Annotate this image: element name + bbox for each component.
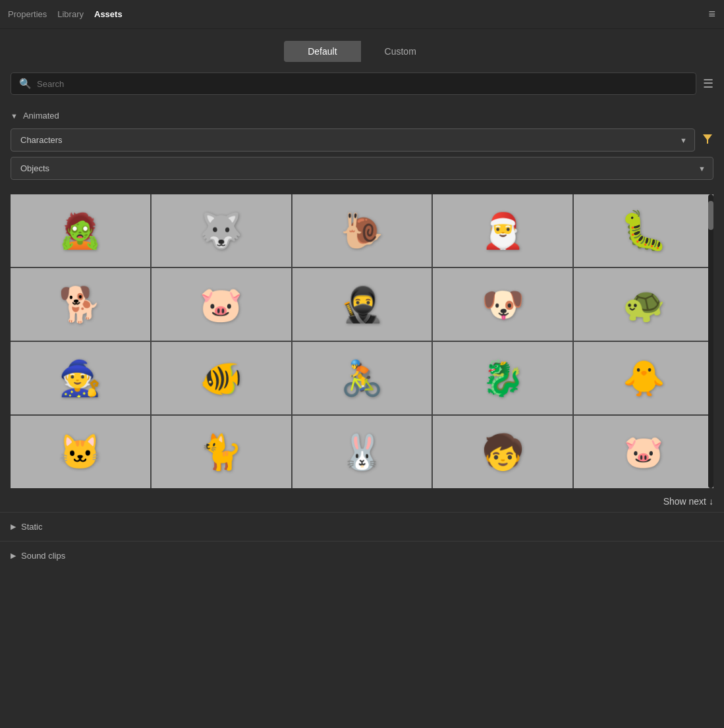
character-snail: 🐌 (341, 213, 383, 248)
character-mummy: 🧟 (59, 213, 101, 248)
list-item[interactable]: 🐺 (152, 194, 291, 267)
tab-library[interactable]: Library (57, 7, 84, 22)
character-fish: 🐠 (200, 361, 242, 395)
static-section-header[interactable]: ▶ Static (0, 512, 724, 541)
character-cat1: 🐱 (59, 435, 101, 469)
sound-clips-section-label: Sound clips (21, 551, 65, 561)
list-item[interactable]: 🐷 (574, 416, 713, 488)
search-box: 🔍 (11, 72, 696, 95)
top-bar: Properties Library Assets ≡ (0, 0, 724, 29)
menu-icon[interactable]: ≡ (708, 7, 716, 21)
scrollbar-track[interactable] (708, 194, 713, 488)
animated-collapse-arrow: ▼ (11, 112, 18, 120)
tab-group: Properties Library Assets (8, 7, 123, 22)
character-pig-parachute: 🐷 (200, 287, 242, 322)
default-toggle-button[interactable]: Default (284, 41, 360, 62)
list-item[interactable]: 🐕 (11, 268, 150, 341)
list-item[interactable]: 🎅 (433, 194, 572, 267)
list-item[interactable]: 🐉 (433, 342, 572, 414)
list-item[interactable]: 🐛 (574, 194, 713, 267)
list-item[interactable]: 🐌 (292, 194, 432, 267)
objects-dropdown[interactable]: Objects (11, 157, 713, 180)
list-item[interactable]: 🧙 (11, 342, 150, 414)
characters-dropdown[interactable]: Characters (11, 128, 695, 152)
character-pug: 🐶 (482, 287, 524, 322)
static-section-label: Static (21, 522, 43, 532)
search-input[interactable] (37, 79, 688, 89)
list-item[interactable]: 🐱 (11, 416, 150, 488)
character-caterpillar: 🐛 (620, 211, 667, 250)
custom-toggle-button[interactable]: Custom (361, 41, 440, 62)
sound-clips-collapse-arrow: ▶ (11, 551, 16, 560)
character-werewolf: 🐺 (200, 213, 242, 248)
list-item[interactable]: 🧒 (433, 416, 572, 488)
list-item[interactable]: 🧟 (11, 194, 150, 267)
show-next-arrow: ↓ (709, 496, 713, 507)
list-item[interactable]: 🐶 (433, 268, 572, 341)
search-icon: 🔍 (19, 78, 32, 90)
character-stickboy: 🧒 (482, 435, 524, 469)
dropdowns-container: Characters ▼ Objects ▼ (0, 126, 724, 188)
character-bunny: 🐰 (341, 435, 383, 469)
tab-assets[interactable]: Assets (94, 7, 123, 22)
sound-clips-section-header[interactable]: ▶ Sound clips (0, 541, 724, 570)
grid-area: 🧟 🐺 🐌 🎅 🐛 🐕 🐷 🥷 🐶 🐢 🧙 (0, 194, 724, 488)
scrollbar-thumb[interactable] (708, 201, 713, 230)
list-item[interactable]: 🥷 (292, 268, 432, 341)
tab-properties[interactable]: Properties (8, 7, 47, 22)
character-cyclist: 🚴 (341, 361, 383, 395)
list-item[interactable]: 🐰 (292, 416, 432, 488)
list-item[interactable]: 🐷 (152, 268, 291, 341)
objects-dropdown-row: Objects ▼ (11, 157, 713, 180)
character-caveman: 🧙 (59, 361, 101, 395)
filter-icon[interactable] (702, 133, 713, 148)
character-ninja: 🥷 (341, 287, 383, 322)
list-view-icon[interactable]: ☰ (703, 76, 713, 91)
characters-dropdown-wrap: Characters ▼ (11, 128, 695, 152)
animated-section-label: Animated (23, 111, 59, 121)
character-turtle-warrior: 🐢 (623, 287, 665, 322)
character-cat2: 🐈 (200, 435, 242, 469)
show-next-row[interactable]: Show next ↓ (0, 488, 724, 512)
character-dog: 🐕 (59, 287, 101, 322)
asset-grid: 🧟 🐺 🐌 🎅 🐛 🐕 🐷 🥷 🐶 🐢 🧙 (11, 194, 713, 488)
list-item[interactable]: 🐥 (574, 342, 713, 414)
animated-section-header[interactable]: ▼ Animated (0, 105, 724, 126)
search-row: 🔍 ☰ (0, 72, 724, 95)
character-dragon: 🐉 (482, 361, 524, 395)
static-collapse-arrow: ▶ (11, 522, 16, 531)
characters-dropdown-row: Characters ▼ (11, 128, 713, 152)
toggle-row: Default Custom (0, 29, 724, 72)
list-item[interactable]: 🚴 (292, 342, 432, 414)
list-item[interactable]: 🐠 (152, 342, 291, 414)
list-item[interactable]: 🐢 (574, 268, 713, 341)
character-santa: 🎅 (482, 213, 524, 248)
show-next-label: Show next (663, 496, 706, 507)
list-item[interactable]: 🐈 (152, 416, 291, 488)
character-pig: 🐷 (624, 436, 663, 468)
svg-marker-0 (703, 134, 712, 144)
character-chicks: 🐥 (623, 361, 665, 395)
